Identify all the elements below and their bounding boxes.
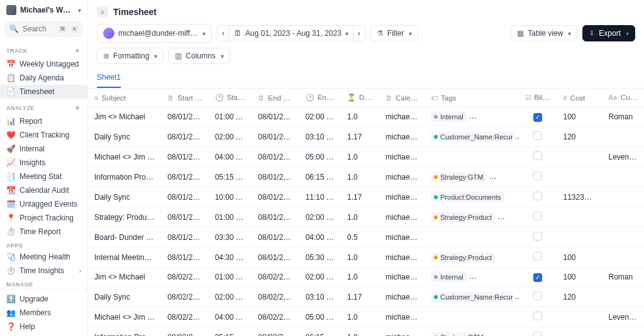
nav-item-daily-agenda[interactable]: 📋Daily Agenda (0, 71, 87, 85)
col-subject[interactable]: ≡Subject (88, 89, 161, 107)
cell-end-time: 06:15 AM (299, 327, 341, 337)
cell-start-time: 01:00 PM (209, 207, 252, 227)
export-button[interactable]: ⬇ Export ▾ (582, 25, 635, 41)
billable-checkbox[interactable] (533, 291, 542, 300)
nav-item-meeting-stat[interactable]: 📑Meeting Stat (0, 170, 87, 183)
billable-checkbox[interactable]: ✓ (533, 113, 542, 122)
billable-checkbox[interactable] (533, 312, 542, 320)
add-analyze-icon[interactable]: ＋ (74, 102, 81, 113)
billable-checkbox[interactable]: ✓ (533, 273, 542, 282)
nav-item-report[interactable]: 📊Report (0, 114, 87, 128)
col-end-time[interactable]: 🕑End Time (299, 89, 341, 107)
date-next-button[interactable]: › (353, 26, 365, 41)
col-start-time[interactable]: 🕑Start Time (209, 89, 252, 107)
nav-item-time-report[interactable]: ⏱️Time Report (0, 225, 87, 239)
section-track: TRACK ＋ (0, 41, 87, 57)
table-row[interactable]: Strategy: Product Road…08/01/202301:00 P… (88, 207, 644, 227)
cell-customer (602, 287, 644, 307)
nav-item-weekly-untagged[interactable]: 📅Weekly Untagged (0, 57, 87, 71)
columns-button[interactable]: ▥ Columns ▾ (169, 48, 230, 64)
cell-end-date: 08/02/2023 (252, 327, 299, 337)
billable-checkbox[interactable] (533, 232, 542, 241)
tag-pill[interactable]: Customer_Name:Recursion (431, 292, 513, 302)
cell-cost (557, 167, 602, 187)
table-view-button[interactable]: ▦ Table view ▾ (511, 25, 577, 41)
workspace-switcher[interactable]: Michael's Workspace ▾ (0, 0, 87, 19)
tag-pill[interactable]: Strategy:GTM (431, 172, 486, 182)
table-row[interactable]: Michael <> Jim <> Erin08/02/202304:00 AM… (88, 307, 644, 327)
filter-button[interactable]: ⚗ Filter ▾ (370, 25, 419, 41)
billable-checkbox[interactable] (533, 212, 542, 220)
table-row[interactable]: Information Processing08/01/202305:15 AM… (88, 167, 644, 187)
table-icon: ▦ (517, 29, 524, 38)
col-tags[interactable]: 🏷Tags (425, 89, 519, 107)
search-input[interactable]: 🔍 ⌘ K (5, 21, 82, 36)
user-picker[interactable]: michael@dunder-miff… ▾ (97, 24, 212, 43)
billable-checkbox[interactable] (533, 131, 542, 140)
billable-checkbox[interactable] (533, 332, 542, 336)
table-row[interactable]: Board- Dunder Mifflin Co…08/01/202303:30… (88, 227, 644, 247)
cell-cost (557, 327, 602, 337)
table-scroll[interactable]: ≡Subject 🗓Start Date 🕑Start Time 🗓End Da… (88, 89, 644, 336)
cell-tags: Product:Documents (425, 187, 519, 207)
nav-item-internal[interactable]: 🚀Internal (0, 142, 87, 156)
search-field[interactable] (23, 24, 54, 33)
col-start-date[interactable]: 🗓Start Date (161, 89, 208, 107)
nav-item-insights[interactable]: 📈Insights (0, 156, 87, 170)
col-billable[interactable]: ☑Billable_… (519, 89, 557, 107)
tag-pill[interactable]: Strategy:Product (431, 212, 495, 222)
col-customer[interactable]: AᴀCustome… (602, 89, 644, 107)
nav-label: Project Tracking (19, 214, 74, 222)
nav-item-members[interactable]: 👥Members (0, 306, 87, 320)
tag-pill[interactable]: Product:Documents (431, 192, 504, 202)
nav-item-timesheet[interactable]: 📄Timesheet (0, 85, 87, 99)
cell-duration: 1.0 (341, 307, 379, 327)
formatting-button[interactable]: ≣ Formatting ▾ (97, 48, 164, 64)
cell-tags: Strategy:GTMInformation (425, 327, 519, 337)
col-end-date[interactable]: 🗓End Date (252, 89, 299, 107)
tag-pill[interactable]: Internal (431, 272, 467, 282)
cell-start-time: 04:30 PM (209, 247, 252, 268)
col-cost[interactable]: #Cost (557, 89, 602, 107)
cell-start-date: 08/01/2023 (161, 167, 208, 187)
table-row[interactable]: Jim <> Michael08/01/202301:00 AM08/01/20… (88, 107, 644, 127)
tag-pill[interactable]: Strategy:Product (431, 252, 495, 263)
nav-item-upgrade[interactable]: ⬆️Upgrade (0, 292, 87, 306)
tag-pill[interactable]: Customer_Name:Recursion (431, 132, 513, 142)
nav-item-calendar-audit[interactable]: 📆Calendar Audit (0, 183, 87, 197)
cell-tags (425, 307, 519, 327)
nav-icon: 📆 (6, 186, 15, 195)
nav-item-time-insights[interactable]: ⏱️Time Insights› (0, 264, 87, 278)
cell-subject: Information Processing (88, 327, 161, 337)
col-calendar[interactable]: 🗓Calendar (379, 89, 425, 107)
col-duration[interactable]: ⏳Duration (341, 89, 379, 107)
tab-sheet1[interactable]: Sheet1 (97, 69, 121, 88)
table-row[interactable]: Michael <> Jim <> Erin08/01/202304:00 AM… (88, 147, 644, 167)
billable-checkbox[interactable] (533, 252, 542, 261)
workspace-avatar (6, 5, 16, 15)
nav-item-meeting-health[interactable]: 🩺Meeting Health (0, 250, 87, 264)
billable-checkbox[interactable] (533, 192, 542, 200)
date-prev-button[interactable]: ‹ (218, 26, 229, 41)
nav-item-untagged-events[interactable]: 🗓️Untagged Events (0, 197, 87, 211)
table-row[interactable]: Daily Sync08/01/202310:00 AM08/01/202311… (88, 187, 644, 207)
add-track-icon[interactable]: ＋ (74, 45, 81, 56)
cell-tags: Customer_Name:Recursion (425, 127, 519, 147)
table-row[interactable]: Information Processing08/02/202305:15 AM… (88, 327, 644, 337)
nav-label: Timesheet (19, 87, 55, 96)
billable-checkbox[interactable] (533, 151, 542, 160)
tag-pill[interactable]: Internal (431, 112, 467, 122)
date-range-label: Aug 01, 2023 - Aug 31, 2023 (245, 29, 341, 38)
table-row[interactable]: Daily Sync08/02/202302:00 AM08/02/202303… (88, 287, 644, 307)
nav-item-client-tracking[interactable]: ❤️Client Tracking (0, 128, 87, 142)
billable-checkbox[interactable] (533, 171, 542, 180)
table-row[interactable]: Jim <> Michael08/02/202301:00 AM08/02/20… (88, 268, 644, 287)
date-range-button[interactable]: 🗓 Aug 01, 2023 - Aug 31, 2023 ▾ (229, 26, 353, 41)
nav-item-project-tracking[interactable]: 📍Project Tracking (0, 211, 87, 225)
table-row[interactable]: Internal Meeting With Ma…08/01/202304:30… (88, 247, 644, 268)
tag-pill[interactable]: Strategy:GTM (431, 332, 486, 337)
table-row[interactable]: Daily Sync08/01/202302:00 AM08/01/202303… (88, 127, 644, 147)
nav-icon: 📄 (6, 87, 15, 96)
table-view-label: Table view (528, 29, 563, 38)
nav-item-help[interactable]: ❓Help (0, 320, 87, 333)
